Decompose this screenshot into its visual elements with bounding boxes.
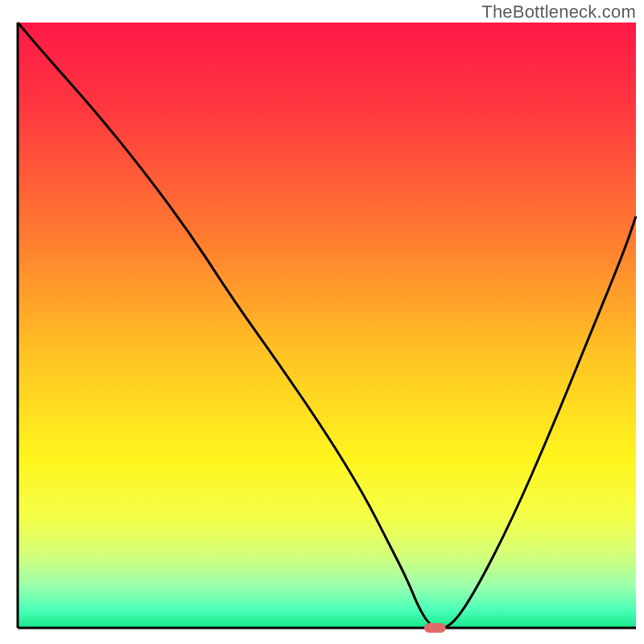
bottleneck-chart <box>0 0 644 644</box>
chart-container: TheBottleneck.com <box>0 0 644 644</box>
gradient-background <box>18 23 636 628</box>
optimum-marker <box>424 623 446 633</box>
